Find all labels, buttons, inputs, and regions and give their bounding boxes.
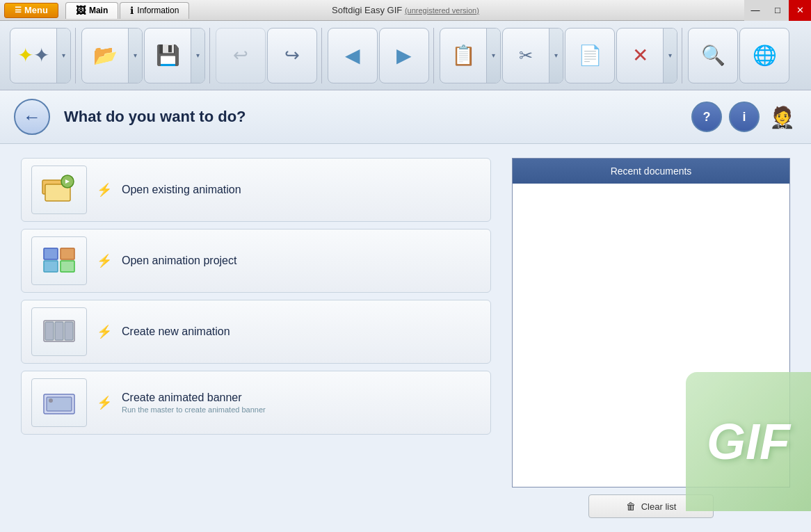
tab-main-icon: 🖼 (76, 5, 86, 16)
cut-button[interactable]: ✂ ▾ (502, 28, 563, 83)
copy-icon: 📄 (578, 44, 602, 67)
recent-docs-header: Recent documents (513, 159, 789, 184)
content-header: ← What do you want to do? ? i 🤵 (0, 90, 811, 144)
next-icon: ▶ (396, 44, 412, 67)
lightning-icon-2: ⚡ (97, 253, 112, 268)
tab-information[interactable]: ℹ Information (120, 2, 189, 19)
delete-button[interactable]: ✕ ▾ (616, 28, 677, 83)
new-button[interactable]: ✦ ▾ (10, 28, 71, 83)
next-button[interactable]: ▶ (379, 28, 429, 83)
delete-arrow[interactable]: ▾ (663, 29, 677, 83)
open-arrow[interactable]: ▾ (128, 29, 142, 83)
help-button[interactable]: ? (691, 102, 722, 132)
new-arrow[interactable]: ▾ (56, 29, 70, 83)
open-animation-icon-box (31, 166, 87, 214)
tab-info-label: Information (137, 6, 179, 15)
action-create-animation[interactable]: ⚡ Create new animation (21, 300, 491, 364)
titlebar: Menu 🖼 Main ℹ Information Softdigi Easy … (0, 0, 811, 21)
create-banner-label: Create animated banner (122, 392, 266, 404)
trash-icon: 🗑 (626, 501, 636, 512)
action-open-project[interactable]: ⚡ Open animation project (21, 229, 491, 293)
registration-status: (unregistered version) (405, 6, 479, 15)
user-button[interactable]: 🤵 (766, 102, 797, 132)
svg-rect-6 (61, 248, 74, 259)
tab-main-label: Main (89, 6, 108, 15)
delete-icon: ✕ (617, 29, 663, 83)
paste-arrow[interactable]: ▾ (486, 29, 500, 83)
create-animation-label: Create new animation (122, 325, 230, 338)
minimize-button[interactable]: — (744, 0, 766, 21)
window-controls: — □ ✕ (744, 0, 811, 21)
back-button[interactable]: ← (14, 99, 50, 135)
svg-rect-4 (44, 248, 58, 259)
cut-icon: ✂ (503, 29, 549, 83)
action-create-banner[interactable]: ⚡ Create animated banner Run the master … (21, 371, 491, 435)
main-content: GIF ← What do you want to do? ? i 🤵 (0, 90, 811, 532)
toolbar-group-clipboard: 📋 ▾ ✂ ▾ 📄 ✕ ▾ (435, 28, 682, 83)
redo-icon: ↪ (284, 45, 300, 66)
prev-icon: ◀ (345, 44, 360, 67)
publish-icon: 🌐 (753, 44, 777, 67)
gif-watermark: GIF (686, 372, 811, 511)
open-animation-label: Open existing animation (122, 184, 241, 196)
redo-button[interactable]: ↪ (267, 28, 317, 83)
svg-rect-9 (45, 322, 54, 340)
svg-rect-10 (55, 322, 63, 340)
paste-icon: 📋 (440, 29, 486, 83)
svg-point-14 (49, 398, 53, 403)
lightning-icon-1: ⚡ (97, 182, 112, 198)
left-panel: ⚡ Open existing animation ⚡ Ope (21, 158, 491, 518)
prev-button[interactable]: ◀ (328, 28, 378, 83)
user-icon: 🤵 (769, 105, 795, 129)
create-banner-icon (41, 387, 77, 418)
open-project-label: Open animation project (122, 255, 236, 267)
lightning-icon-3: ⚡ (97, 324, 112, 339)
page-title: What do you want to do? (64, 108, 246, 126)
create-animation-icon (41, 316, 77, 347)
open-project-icon-box (31, 236, 87, 285)
copy-button[interactable]: 📄 (565, 28, 615, 83)
svg-rect-7 (61, 261, 74, 272)
undo-icon: ↩ (233, 45, 248, 66)
save-button[interactable]: 💾 ▾ (144, 28, 205, 83)
open-icon: 📂 (82, 29, 128, 83)
undo-button[interactable]: ↩ (216, 28, 266, 83)
toolbar-group-history: ↩ ↪ (211, 28, 322, 83)
toolbar-group-new: ✦ ▾ (6, 28, 76, 83)
cut-arrow[interactable]: ▾ (549, 29, 563, 83)
search-button[interactable]: 🔍 (688, 28, 738, 83)
lightning-icon-4: ⚡ (97, 395, 112, 410)
new-icon: ✦ (10, 29, 56, 83)
create-banner-sublabel: Run the master to create animated banner (122, 405, 266, 414)
save-icon: 💾 (145, 29, 191, 83)
toolbar: ✦ ▾ 📂 ▾ 💾 ▾ ↩ ↪ ◀ ▶ 📋 ▾ (0, 21, 811, 90)
search-icon: 🔍 (701, 44, 725, 67)
header-right-icons: ? i 🤵 (691, 102, 797, 132)
svg-rect-11 (65, 322, 73, 340)
maximize-button[interactable]: □ (766, 0, 789, 21)
publish-button[interactable]: 🌐 (739, 28, 789, 83)
window-title: Softdigi Easy GIF (unregistered version) (332, 5, 479, 15)
tab-info-icon: ℹ (130, 5, 134, 16)
info-button[interactable]: i (729, 102, 760, 132)
open-button[interactable]: 📂 ▾ (81, 28, 143, 83)
info-icon: i (742, 110, 746, 124)
create-animation-icon-box (31, 307, 87, 356)
action-open-animation[interactable]: ⚡ Open existing animation (21, 158, 491, 222)
menu-button[interactable]: Menu (4, 3, 58, 18)
help-icon: ? (703, 110, 711, 124)
paste-button[interactable]: 📋 ▾ (440, 28, 501, 83)
svg-rect-5 (44, 261, 58, 272)
toolbar-group-nav: ◀ ▶ (323, 28, 434, 83)
toolbar-group-file: 📂 ▾ 💾 ▾ (77, 28, 210, 83)
open-project-icon (41, 245, 77, 276)
menu-label: Menu (24, 5, 48, 15)
save-arrow[interactable]: ▾ (191, 29, 204, 83)
clear-list-label: Clear list (641, 501, 677, 512)
tab-bar: 🖼 Main ℹ Information (65, 2, 189, 19)
toolbar-group-publish: 🔍 🌐 (684, 28, 794, 83)
create-banner-icon-box (31, 378, 87, 427)
open-animation-icon (41, 175, 77, 205)
close-button[interactable]: ✕ (789, 0, 811, 21)
tab-main[interactable]: 🖼 Main (65, 2, 118, 19)
